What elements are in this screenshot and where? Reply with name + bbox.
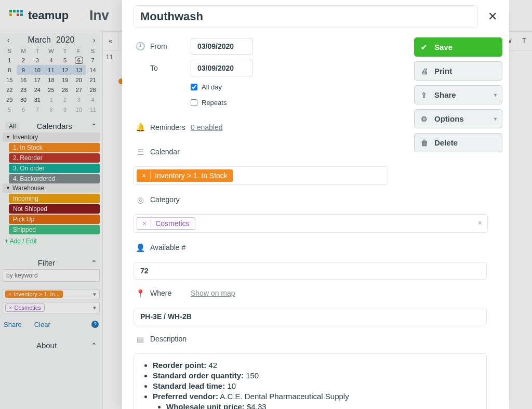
mini-cal-day[interactable]: 6	[72, 55, 86, 65]
mini-cal-day[interactable]: 12	[58, 65, 72, 75]
all-day-checkbox[interactable]: All day	[191, 83, 404, 91]
calendar-item[interactable]: 1. In Stock	[9, 143, 100, 152]
remove-chip-icon[interactable]: ×	[9, 305, 12, 311]
mini-cal-day[interactable]: 1	[3, 55, 17, 65]
mini-cal-day[interactable]: 23	[17, 85, 31, 95]
mini-cal-day[interactable]: 22	[3, 85, 17, 95]
mini-cal-day[interactable]: 25	[44, 85, 58, 95]
share-button[interactable]: ⇪ Share ▾	[414, 85, 502, 104]
filter-collapse-icon[interactable]: ⌃	[89, 259, 99, 267]
prev-month-button[interactable]: ‹	[4, 36, 13, 44]
mini-cal-day[interactable]: 13	[72, 65, 86, 75]
mini-cal-day[interactable]: 18	[44, 75, 58, 85]
filter-calendar-select[interactable]: ×Inventory > 1. In... ▼	[3, 289, 100, 299]
mini-cal-day[interactable]: 17	[30, 75, 44, 85]
mini-cal-dow: F	[72, 48, 86, 55]
repeats-checkbox[interactable]: Repeats	[191, 99, 404, 107]
calendar-group[interactable]: ▼ Warehouse	[3, 183, 100, 193]
calendars-collapse-icon[interactable]: ⌃	[89, 122, 99, 130]
mini-cal-day[interactable]: 2	[17, 55, 31, 65]
mini-cal-day[interactable]: 19	[58, 75, 72, 85]
remove-category-icon[interactable]: ×	[142, 219, 151, 228]
mini-cal-day[interactable]: 2	[58, 95, 72, 104]
mini-cal-day[interactable]: 20	[72, 75, 86, 85]
from-date-input[interactable]: 03/09/2020	[191, 38, 253, 55]
all-day-label: All day	[202, 83, 222, 91]
options-label: Options	[434, 114, 464, 123]
mini-cal-day[interactable]: 24	[30, 85, 44, 95]
remove-calendar-icon[interactable]: ×	[142, 171, 151, 180]
mini-cal-day[interactable]: 9	[58, 104, 72, 114]
to-date-input[interactable]: 03/09/2020	[191, 60, 253, 76]
help-icon[interactable]: ?	[91, 321, 99, 328]
mini-cal-day[interactable]: 4	[44, 55, 58, 65]
mini-cal-day[interactable]: 4	[86, 95, 100, 104]
mini-cal-day[interactable]: 10	[30, 65, 44, 75]
grid-prev-button[interactable]: «	[103, 32, 118, 50]
delete-button[interactable]: 🗑 Delete	[414, 133, 502, 152]
mini-cal-day[interactable]: 7	[86, 55, 100, 65]
save-button[interactable]: ✔ Save	[414, 37, 502, 57]
about-collapse-icon[interactable]: ⌃	[89, 341, 99, 350]
mini-cal-day[interactable]: 15	[3, 75, 17, 85]
calendar-item[interactable]: 4. Backordered	[9, 174, 100, 183]
mini-cal-day[interactable]: 7	[30, 104, 44, 114]
mini-cal-day[interactable]: 8	[44, 104, 58, 114]
chevron-down-icon: ▼	[92, 292, 97, 297]
category-select[interactable]: × Cosmetics ×	[134, 214, 488, 233]
calendar-item[interactable]: Not Shipped	[9, 204, 100, 214]
mini-cal-day[interactable]: 8	[3, 65, 17, 75]
calendar-item[interactable]: Pick Up	[9, 215, 100, 224]
mini-cal-day[interactable]: 10	[72, 104, 86, 114]
mini-cal-day[interactable]: 16	[17, 75, 31, 85]
mini-cal-day[interactable]: 29	[3, 95, 17, 104]
clear-category-icon[interactable]: ×	[478, 219, 482, 227]
description-icon: ▤	[134, 335, 147, 344]
calendar-pill: Inventory > 1. In Stock	[155, 171, 228, 180]
reminders-label: Reminders	[150, 123, 188, 131]
desc-pref-val: A.C.E. Dental Pharmaceutical Supply	[220, 392, 349, 401]
calendar-item[interactable]: Shipped	[9, 225, 100, 234]
clear-link[interactable]: Clear	[34, 321, 50, 328]
remove-chip-icon[interactable]: ×	[8, 291, 11, 297]
calendar-select[interactable]: × Inventory > 1. In Stock	[134, 166, 388, 185]
keyword-input[interactable]	[3, 269, 100, 282]
calendar-item[interactable]: 2. Reorder	[9, 153, 100, 163]
mini-cal-day[interactable]: 31	[30, 95, 44, 104]
options-button[interactable]: ⚙ Options ▾	[414, 109, 502, 128]
mini-calendar[interactable]: SMTWTFS 12345678910111213141516171819202…	[3, 48, 100, 114]
add-edit-link[interactable]: + Add / Edit	[5, 238, 37, 245]
close-icon[interactable]: ✕	[485, 10, 500, 23]
calendar-item[interactable]: 3. On order	[9, 164, 100, 173]
mini-cal-day[interactable]: 3	[72, 95, 86, 104]
next-month-button[interactable]: ›	[89, 36, 99, 44]
mini-cal-day[interactable]: 5	[58, 55, 72, 65]
mini-cal-day[interactable]: 26	[58, 85, 72, 95]
mini-cal-day[interactable]: 6	[17, 104, 31, 114]
mini-cal-year[interactable]: 2020	[56, 35, 75, 45]
mini-cal-month[interactable]: March	[28, 35, 50, 45]
calendar-item[interactable]: Incoming	[9, 194, 100, 203]
reminders-link[interactable]: 0 enabled	[191, 123, 223, 131]
filter-category-select[interactable]: ×Cosmetics ▼	[3, 302, 100, 313]
desc-lead-label: Standard lead time:	[153, 381, 225, 390]
event-title-input[interactable]	[140, 10, 471, 23]
mini-cal-day[interactable]: 11	[86, 104, 100, 114]
mini-cal-day[interactable]: 9	[17, 65, 31, 75]
print-button[interactable]: 🖨 Print	[414, 61, 502, 81]
share-link[interactable]: Share	[4, 321, 22, 328]
mini-cal-day[interactable]: 11	[44, 65, 58, 75]
chevron-down-icon: ▼	[92, 305, 97, 311]
mini-cal-day[interactable]: 14	[86, 65, 100, 75]
mini-cal-day[interactable]: 28	[86, 85, 100, 95]
mini-cal-day[interactable]: 3	[30, 55, 44, 65]
show-on-map-link[interactable]: Show on map	[191, 289, 235, 297]
mini-cal-day[interactable]: 5	[3, 104, 17, 114]
event-title-field[interactable]	[134, 5, 478, 28]
mini-cal-day[interactable]: 1	[44, 95, 58, 104]
mini-cal-day[interactable]: 21	[86, 75, 100, 85]
mini-cal-day[interactable]: 27	[72, 85, 86, 95]
mini-cal-day[interactable]: 30	[17, 95, 31, 104]
calendar-group[interactable]: ▼ Inventory	[3, 133, 100, 142]
all-tab[interactable]: All	[5, 122, 19, 130]
